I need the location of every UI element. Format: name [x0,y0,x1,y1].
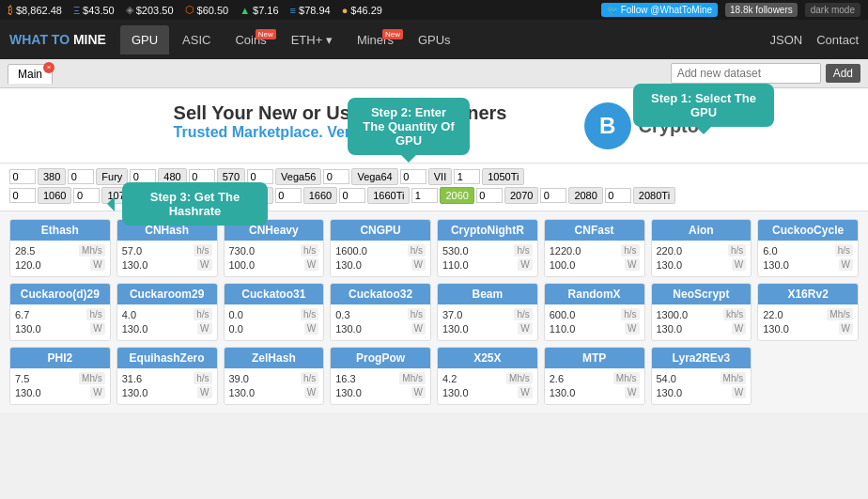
algo-hashrate-row: 4.0 h/s [122,308,212,320]
algo-power-unit: W [732,258,746,271]
gpu-cell-1060: 1060 [9,187,71,204]
algo-power-value: 130.0 [763,259,789,271]
algo-power-unit: W [411,386,426,398]
algo-hashrate-value: 16.3 [335,373,355,384]
gpu-btn-vega64[interactable]: Vega64 [351,168,397,185]
gpu-count-vega64[interactable] [323,169,349,184]
site-logo: WHAT TO MINE [9,32,106,47]
algo-panel-cngpu: CNGPU 1600.0 h/s 130.0 W [330,219,431,277]
algo-hashrate-value: 600.0 [550,309,576,320]
gpu-count-1050ti[interactable] [454,169,480,184]
algo-power-value: 130.0 [15,323,41,335]
ticker-btc: ₿ $8,862.48 [8,5,62,16]
algo-power-value: 130.0 [335,387,362,398]
algo-header: PHI2 [10,348,110,368]
gpu-count-2070[interactable] [476,188,503,203]
algo-hashrate-unit: Mh/s [79,372,105,384]
algo-panel-mtp: MTP 2.6 Mh/s 130.0 W [544,347,645,405]
algo-hashrate-unit: h/s [194,244,211,257]
nav-tab-miners[interactable]: Miners New [346,25,405,55]
algo-hashrate-unit: h/s [621,244,639,257]
algo-hashrate-unit: Mh/s [721,372,747,384]
gpu-btn-1050ti[interactable]: 1050Ti [482,168,524,185]
nav-tab-gpus[interactable]: GPUs [407,25,462,55]
gpu-count-vii[interactable] [400,169,426,184]
gpu-btn-vii[interactable]: VII [428,168,452,185]
gpu-btn-2060[interactable]: 2060 [440,187,473,204]
algo-header: NeoScrypt [652,284,752,304]
algo-power-row: 130.0 W [657,258,747,271]
zec-icon: ◈ [126,4,133,16]
gpu-cell-2060: 2060 [411,187,473,204]
nav-tab-gpu[interactable]: GPU [120,25,169,55]
algo-hashrate-value: 1220.0 [550,245,581,257]
gpu-btn-1660[interactable]: 1660 [303,187,337,204]
algo-header: Aion [652,220,752,241]
nav-tab-eth[interactable]: ETH+ ▾ [280,25,344,55]
algo-hashrate-row: 1300.0 kh/s [657,308,747,320]
gpu-count-2060[interactable] [411,188,438,203]
gpu-count-fury[interactable] [68,169,94,184]
main-tab[interactable]: Main × [8,64,53,84]
gpu-cell-vega64: Vega64 [323,168,397,185]
add-dataset-input[interactable] [671,63,821,84]
algo-power-unit: W [197,386,211,398]
gpu-count-1660ti[interactable] [339,188,365,203]
twitter-button[interactable]: 🐦 Follow @WhatToMine [601,3,718,17]
algo-panel-cuckatoo32: Cuckatoo32 0.3 h/s 130.0 W [330,283,431,341]
algo-hashrate-row: 220.0 h/s [657,244,747,257]
algo-body: 39.0 h/s 130.0 W [225,368,324,404]
algo-hashrate-value: 1600.0 [335,245,367,257]
algo-power-value: 0.0 [229,323,243,335]
algo-hashrate-unit: h/s [301,244,318,257]
ticker-dcr: ≡ $78.94 [290,5,331,16]
algo-header: CuckooCycle [758,220,858,241]
algo-power-unit: W [197,258,211,271]
gpu-count-1060[interactable] [9,188,36,203]
algo-panel-zelhash: ZelHash 39.0 h/s 130.0 W [224,347,325,405]
gpu-count-2080ti[interactable] [605,188,631,203]
dark-mode-button[interactable]: dark mode [805,3,860,17]
eth-price: $43.50 [83,5,115,16]
nav-tab-asic[interactable]: ASIC [171,25,222,55]
algo-hashrate-row: 31.6 h/s [122,372,212,384]
algo-power-row: 130.0 W [442,386,533,398]
algo-hashrate-value: 39.0 [229,373,249,384]
algo-hashrate-row: 4.2 Mh/s [442,372,533,384]
algo-panel-equihashzero: EquihashZero 31.6 h/s 130.0 W [116,347,218,405]
gpu-count-1070[interactable] [73,188,100,203]
gpu-btn-380[interactable]: 380 [38,168,66,185]
algo-hashrate-value: 0.0 [229,309,243,320]
algo-body: 6.0 h/s 130.0 W [758,241,858,276]
gpu-btn-fury[interactable]: Fury [96,168,128,185]
gpu-btn-vega56[interactable]: Vega56 [275,168,321,185]
algo-header: Lyra2REv3 [652,348,752,368]
algo-hashrate-row: 57.0 h/s [122,244,212,257]
algo-panel-cnhash: CNHash 57.0 h/s 130.0 W [116,219,218,277]
gpu-count-380[interactable] [9,169,36,184]
algo-header: Ethash [10,220,110,241]
algo-panel-cuckoocycle: CuckooCycle 6.0 h/s 130.0 W [757,219,859,277]
gpu-btn-2070[interactable]: 2070 [504,187,538,204]
nav-tab-coins[interactable]: Coins New [224,25,277,55]
main-tab-close[interactable]: × [43,62,54,73]
algo-body: 4.0 h/s 130.0 W [117,304,217,340]
algo-body: 2.6 Mh/s 130.0 W [545,368,644,404]
add-dataset-button[interactable]: Add [826,64,860,83]
gpu-btn-1060[interactable]: 1060 [38,187,71,204]
algo-hashrate-unit: h/s [408,308,426,320]
algo-power-unit: W [518,386,532,398]
gpu-btn-2080ti[interactable]: 2080Ti [633,187,675,204]
algo-header: Cuckatoo31 [225,284,324,304]
btc-price: $8,862.48 [16,5,62,16]
algo-power-value: 130.0 [122,387,148,398]
gpu-count-2080[interactable] [540,188,566,203]
btc-letter: B [599,113,615,139]
gpu-btn-1660ti[interactable]: 1660Ti [367,187,410,204]
nav-json[interactable]: JSON [770,33,803,47]
gpu-count-1660[interactable] [275,188,302,203]
nav-contact[interactable]: Contact [816,33,859,47]
gpu-btn-2080[interactable]: 2080 [568,187,602,204]
algo-power-value: 130.0 [229,387,256,398]
algo-power-unit: W [90,258,104,271]
